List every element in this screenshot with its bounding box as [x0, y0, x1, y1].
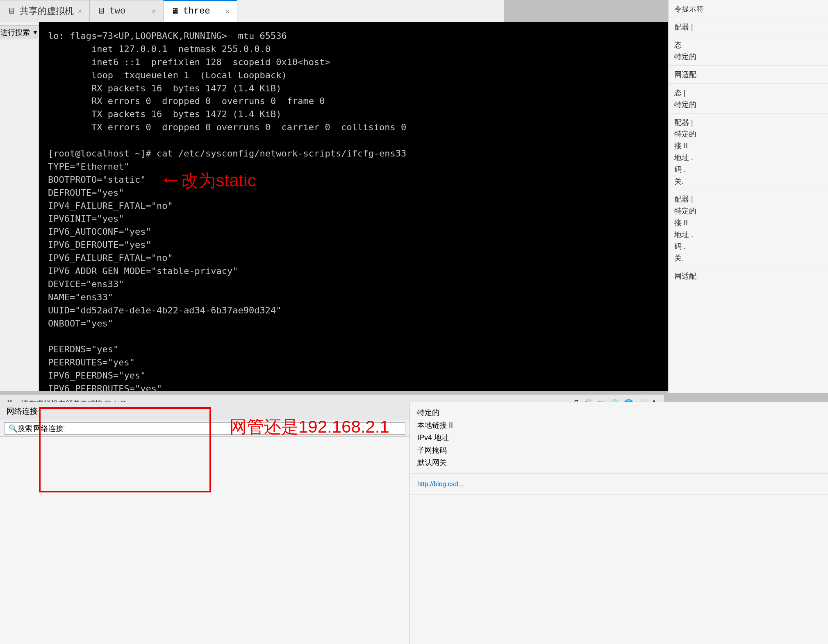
rl-section-link: http://blog.csd... [410, 474, 828, 495]
vm-icon: 🖥 [7, 6, 16, 16]
rp-text-2: 配器 | [674, 23, 693, 31]
search-button[interactable]: 进行搜索 ▼ [0, 25, 42, 39]
terminal-content: lo: flags=73<UP,LOOPBACK,RUNNING> mtu 65… [48, 29, 694, 391]
rp-section-8: 网适配 [669, 267, 828, 285]
nc-search-placeholder: 搜索'网络连接' [18, 424, 65, 433]
search-label: 进行搜索 [0, 27, 30, 37]
rp-section-6: 配器 |特定的接 II地址 .码 .关. [669, 113, 828, 190]
rl-section-1: 特定的本地链接 IIIPv4 地址子网掩码默认网关 [410, 402, 828, 474]
network-manager-annotation: 网管还是192.168.2.1 [230, 415, 389, 438]
red-arrow-icon: ← [164, 168, 177, 193]
network-connections-panel: 网络连接 🔍 搜索'网络连接' [0, 402, 410, 644]
rp-text-4: 网适配 [674, 70, 696, 79]
left-sidebar: 进行搜索 ▼ [0, 22, 39, 391]
rp-text-1: 令提示符 [674, 5, 704, 13]
right-settings-panel: 令提示符 配器 | 态特定的 网适配 态 |特定的 配器 |特定的接 II地址 … [668, 0, 828, 393]
tab-bar: 🖥 共享的虚拟机 ✕ 🖥 two ✕ 🖥 three ✕ [0, 0, 504, 22]
rp-text-7: 配器 |特定的接 II地址 .码 .关. [674, 195, 696, 262]
nc-content [0, 437, 409, 448]
right-lower-panel: 特定的本地链接 IIIPv4 地址子网掩码默认网关 http://blog.cs… [410, 402, 828, 644]
vm-icon-three: 🖥 [171, 7, 179, 16]
rp-section-1: 令提示符 [669, 0, 828, 18]
vm-icon-two: 🖥 [97, 6, 105, 16]
tab-two-close[interactable]: ✕ [152, 7, 156, 15]
nc-title: 网络连接 [7, 406, 38, 417]
rp-text-3: 态特定的 [674, 41, 696, 61]
rp-section-7: 配器 |特定的接 II地址 .码 .关. [669, 190, 828, 267]
change-to-static-label: 改为static [181, 169, 256, 192]
tab-two-label: two [109, 6, 126, 16]
rp-section-4: 网适配 [669, 66, 828, 84]
arrow-annotation: ← 改为static [164, 168, 256, 193]
tab-three[interactable]: 🖥 three ✕ [164, 0, 237, 22]
tab-shared-vm[interactable]: 🖥 共享的虚拟机 ✕ [0, 0, 90, 22]
dropdown-arrow-icon: ▼ [32, 29, 38, 36]
rp-section-3: 态特定的 [669, 36, 828, 66]
rp-section-5: 态 |特定的 [669, 84, 828, 113]
rl-text-1: 特定的本地链接 IIIPv4 地址子网掩码默认网关 [417, 408, 453, 467]
tab-three-label: three [183, 6, 210, 16]
rp-text-6: 配器 |特定的接 II地址 .码 .关. [674, 118, 696, 186]
tab-shared-vm-close[interactable]: ✕ [78, 7, 82, 15]
rp-text-5: 态 |特定的 [674, 88, 696, 109]
blog-link[interactable]: http://blog.csd... [417, 481, 464, 488]
terminal[interactable]: lo: flags=73<UP,LOOPBACK,RUNNING> mtu 65… [39, 22, 703, 391]
rp-section-2: 配器 | [669, 18, 828, 36]
tab-shared-vm-label: 共享的虚拟机 [20, 5, 74, 17]
tab-three-close[interactable]: ✕ [225, 7, 230, 16]
rp-text-8: 网适配 [674, 272, 696, 280]
lower-section: 网络连接 🔍 搜索'网络连接' 特定的本地链接 IIIPv4 地址子网掩码默认网… [0, 402, 828, 644]
tab-two[interactable]: 🖥 two ✕ [90, 0, 164, 22]
nc-search-icon: 🔍 [9, 424, 18, 433]
